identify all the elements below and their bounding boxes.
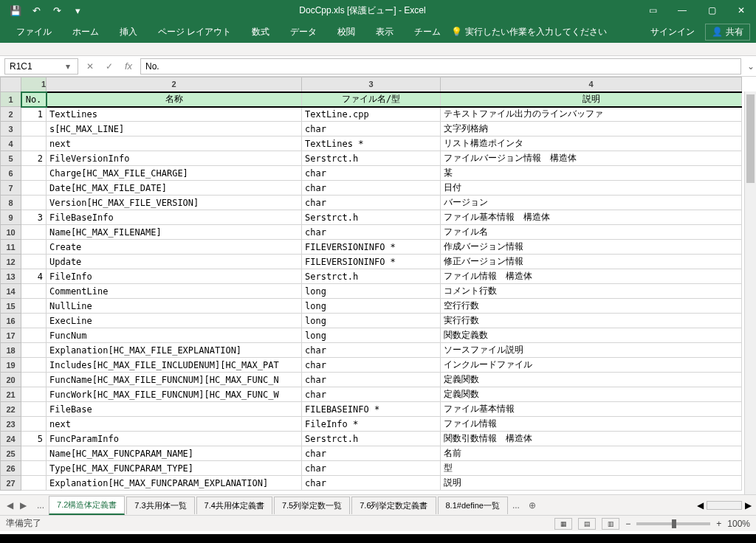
insert-function-button[interactable]: fx [120, 58, 137, 75]
tell-me-box[interactable]: 💡 実行したい作業を入力してください [451, 26, 607, 38]
column-header[interactable]: 3 [302, 77, 441, 92]
formula-input[interactable]: No. [140, 58, 741, 75]
cell[interactable]: コメント行数 [441, 284, 742, 299]
cell[interactable]: バージョン [441, 196, 742, 210]
cell[interactable]: long [302, 299, 441, 314]
cell[interactable]: NullLine [47, 299, 302, 314]
sheet-tab[interactable]: 7.6列挙定数定義書 [351, 497, 436, 514]
sheet-overflow-left[interactable]: ... [34, 500, 47, 511]
row-header[interactable]: 6 [1, 166, 21, 181]
zoom-in-button[interactable]: + [716, 519, 721, 529]
row-header[interactable]: 4 [1, 136, 21, 151]
cell[interactable]: 関数定義数 [441, 328, 742, 343]
cell[interactable]: Create [47, 240, 302, 255]
sheet-nav[interactable]: ◀▶ [4, 500, 28, 511]
formula-expand-icon[interactable]: ⌄ [746, 61, 756, 72]
cell[interactable]: char [302, 446, 441, 461]
cell[interactable]: 説明 [441, 92, 742, 107]
column-header[interactable]: 1 [21, 77, 47, 92]
cell[interactable] [21, 343, 47, 358]
tab-file[interactable]: ファイル [6, 21, 62, 43]
cell[interactable] [21, 196, 47, 210]
cell[interactable]: next [47, 136, 302, 151]
cell[interactable]: 日付 [441, 181, 742, 196]
cell[interactable]: FILEVERSIONINFO * [302, 240, 441, 255]
row-header[interactable]: 15 [1, 299, 21, 314]
cell[interactable]: 名称 [47, 92, 302, 107]
cell[interactable]: ファイルバージョン情報 構造体 [441, 151, 742, 166]
row-header[interactable]: 19 [1, 358, 21, 373]
cell[interactable]: s[HC_MAX_LINE] [47, 122, 302, 136]
sheet-tab[interactable]: 8.1#define一覧 [438, 497, 508, 514]
cell[interactable]: Explanation[HC_MAX_FILE_EXPLANATION] [47, 343, 302, 358]
zoom-thumb[interactable] [672, 519, 676, 528]
save-button[interactable]: 💾 [6, 1, 25, 19]
cell[interactable]: Name[HC_MAX_FILENAME] [47, 225, 302, 240]
tab-review[interactable]: 校閲 [327, 21, 365, 43]
tab-team[interactable]: チーム [404, 21, 451, 43]
cell[interactable] [21, 314, 47, 328]
cell[interactable]: char [302, 373, 441, 387]
tab-formula[interactable]: 数式 [241, 21, 280, 43]
tab-home[interactable]: ホーム [62, 21, 109, 43]
row-header[interactable]: 24 [1, 432, 21, 446]
horizontal-scrollbar[interactable] [707, 501, 742, 510]
cell[interactable]: FileVersionInfo [47, 151, 302, 166]
cell[interactable]: 作成バージョン情報 [441, 240, 742, 255]
cell[interactable]: FuncNum [47, 328, 302, 343]
cell[interactable]: FuncParamInfo [47, 432, 302, 446]
cell[interactable]: 1 [21, 107, 47, 122]
zoom-out-button[interactable]: − [625, 519, 630, 529]
cell[interactable]: char [302, 225, 441, 240]
cell[interactable] [21, 387, 47, 402]
sheet-tab[interactable]: 7.2構造体定義書 [49, 496, 125, 515]
page-layout-button[interactable]: ▤ [578, 518, 596, 530]
cell[interactable]: 空行行数 [441, 299, 742, 314]
row-header[interactable]: 26 [1, 461, 21, 476]
row-header[interactable]: 17 [1, 328, 21, 343]
row-header[interactable]: 3 [1, 122, 21, 136]
cell[interactable] [21, 402, 47, 417]
cell[interactable]: FuncWork[HC_MAX_FILE_FUNCNUM][HC_MAX_FUN… [47, 387, 302, 402]
cell[interactable] [21, 255, 47, 269]
cell[interactable]: インクルードファイル [441, 358, 742, 373]
hscroll-right-icon[interactable]: ▶ [745, 500, 752, 511]
tab-view[interactable]: 表示 [365, 21, 404, 43]
cell[interactable]: No. [21, 92, 47, 107]
row-header[interactable]: 20 [1, 373, 21, 387]
cell[interactable]: 某 [441, 166, 742, 181]
row-header[interactable]: 16 [1, 314, 21, 328]
cell[interactable]: 文字列格納 [441, 122, 742, 136]
cell[interactable]: Serstrct.h [302, 210, 441, 225]
row-header[interactable]: 21 [1, 387, 21, 402]
tab-data[interactable]: データ [280, 21, 327, 43]
cell[interactable]: Name[HC_MAX_FUNCPARAM_NAME] [47, 446, 302, 461]
row-header[interactable]: 22 [1, 402, 21, 417]
select-all-corner[interactable] [1, 77, 21, 92]
row-header[interactable]: 25 [1, 446, 21, 461]
cell[interactable]: Date[HC_MAX_FILE_DATE] [47, 181, 302, 196]
cell[interactable]: ソースファイル説明 [441, 343, 742, 358]
cell[interactable]: long [302, 314, 441, 328]
cell[interactable]: 名前 [441, 446, 742, 461]
cell[interactable]: Serstrct.h [302, 151, 441, 166]
cell[interactable]: Update [47, 255, 302, 269]
normal-view-button[interactable]: ▦ [554, 518, 572, 530]
cell[interactable]: FileInfo * [302, 417, 441, 432]
cell[interactable]: 3 [21, 210, 47, 225]
sheet-tab[interactable]: 7.4共用体定義書 [196, 497, 272, 514]
qat-dropdown[interactable]: ▾ [68, 1, 87, 19]
row-header[interactable]: 13 [1, 269, 21, 284]
cell[interactable]: FILEBASEINFO * [302, 402, 441, 417]
cell[interactable]: TextLine.cpp [302, 107, 441, 122]
cell[interactable]: 説明 [441, 476, 742, 491]
cell[interactable]: 4 [21, 269, 47, 284]
row-header[interactable]: 12 [1, 255, 21, 269]
row-header[interactable]: 27 [1, 476, 21, 491]
cell[interactable]: Version[HC_MAX_FILE_VERSION] [47, 196, 302, 210]
cell[interactable]: next [47, 417, 302, 432]
cell[interactable]: 5 [21, 432, 47, 446]
ribbon-options-button[interactable]: ▭ [638, 0, 667, 21]
sheet-tab[interactable]: 7.5列挙定数一覧 [274, 497, 350, 514]
cell[interactable]: FileBase [47, 402, 302, 417]
